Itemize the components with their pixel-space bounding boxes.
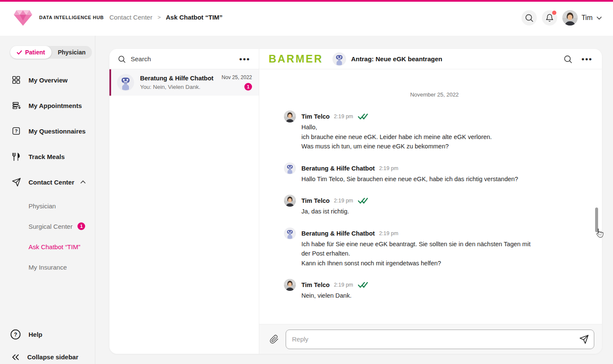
selected-indicator — [109, 69, 111, 96]
sidebar-item-my-appointments[interactable]: My Appointments — [0, 93, 95, 118]
contact-center-subnav: Physician Surgical Center 1 Ask Chatbot … — [0, 196, 95, 277]
chevron-down-icon — [596, 16, 602, 20]
check-icon — [17, 50, 22, 55]
message-list: November 25, 2022 Tim Telco 2:19 pm Hall… — [259, 69, 602, 324]
message-time: 2:19 pm — [334, 282, 353, 288]
user-name: Tim — [581, 14, 593, 22]
user-menu[interactable]: Tim — [562, 10, 602, 26]
notification-dot — [552, 11, 556, 15]
chat-menu-button[interactable]: ••• — [581, 57, 593, 61]
conversation-title: Beratung & Hilfe Chatbot — [140, 75, 222, 82]
chat-header: BARMER Antrag: Neue eGK beantragen ••• — [259, 49, 602, 69]
chatbot-avatar — [332, 52, 346, 66]
double-chevron-left-icon — [11, 354, 20, 361]
message-time: 2:19 pm — [334, 114, 353, 119]
top-bar: DATA INTELLIGENCE HUB Contact Center > A… — [0, 0, 613, 36]
role-toggle: Patient Physician — [10, 46, 92, 59]
meals-icon — [11, 152, 21, 161]
app-logo[interactable] — [12, 7, 34, 28]
chat-message: Beratung & Hilfe Chatbot 2:19 pm Hallo T… — [284, 162, 585, 184]
help-icon: ? — [10, 329, 21, 340]
sidebar-subitem-ask-chatbot-tim[interactable]: Ask Chatbot “TIM” — [0, 236, 95, 257]
conversation-list-menu-button[interactable]: ••• — [239, 57, 250, 61]
unread-badge: 1 — [77, 222, 85, 230]
paper-plane-icon — [11, 178, 21, 187]
paperclip-icon[interactable] — [269, 335, 279, 344]
search-icon — [118, 55, 126, 63]
sidebar-item-my-questionnaires[interactable]: ? My Questionnaires — [0, 118, 95, 144]
read-receipt-icon — [358, 282, 368, 288]
chatbot-avatar — [284, 228, 296, 239]
sidebar: Patient Physician My Overview — [0, 36, 95, 364]
user-avatar — [284, 279, 296, 291]
search-in-chat-button[interactable] — [564, 55, 572, 63]
sidebar-subitem-surgical-center[interactable]: Surgical Center 1 — [0, 216, 95, 236]
message-text: Nein, vielen Dank. — [301, 291, 368, 301]
conversation-preview: You: Nein, Vielen Dank. — [140, 84, 222, 90]
date-divider: November 25, 2022 — [284, 91, 585, 98]
toggle-physician[interactable]: Physician — [52, 46, 92, 59]
message-author: Beratung & Hilfe Chatbot — [301, 230, 375, 237]
user-avatar — [284, 111, 296, 122]
contact-center-card: ••• Beratung & Hilfe Chatbot You: Nein, … — [109, 49, 602, 354]
chat-message: Beratung & Hilfe Chatbot 2:19 pm Ich hab… — [284, 228, 585, 268]
help-button[interactable]: ? Help — [0, 329, 43, 340]
sidebar-subitem-physician[interactable]: Physician — [0, 196, 95, 216]
read-receipt-icon — [358, 114, 368, 119]
message-author: Beratung & Hilfe Chatbot — [301, 165, 375, 172]
grid-icon — [11, 76, 21, 84]
reply-bar — [259, 324, 602, 354]
pink-gem-icon — [12, 7, 34, 28]
user-avatar — [284, 195, 296, 207]
reply-input[interactable] — [286, 330, 594, 349]
svg-text:?: ? — [14, 332, 17, 338]
svg-text:?: ? — [15, 128, 18, 134]
message-author: Tim Telco — [301, 113, 329, 120]
sidebar-subitem-my-insurance[interactable]: My Insurance — [0, 257, 95, 277]
conversation-list-item[interactable]: Beratung & Hilfe Chatbot You: Nein, Viel… — [109, 69, 259, 96]
search-button[interactable] — [521, 10, 537, 26]
breadcrumb-separator-icon: > — [158, 14, 161, 20]
message-time: 2:19 pm — [379, 165, 398, 171]
unread-badge: 1 — [244, 83, 252, 91]
chevron-up-icon[interactable] — [80, 180, 86, 184]
accent-strip — [0, 0, 613, 2]
message-text: Ich habe für Sie eine neue eGK beantragt… — [301, 239, 538, 268]
message-author: Tim Telco — [301, 197, 329, 204]
chat-message: Tim Telco 2:19 pm Nein, vielen Dank. — [284, 279, 585, 301]
sidebar-item-contact-center[interactable]: Contact Center — [0, 169, 95, 195]
questionnaire-icon: ? — [11, 127, 21, 135]
chat-scrollbar-thumb[interactable] — [595, 208, 598, 232]
chat-message: Tim Telco 2:19 pm Hallo,ich brauche eine… — [284, 111, 585, 151]
sidebar-item-my-overview[interactable]: My Overview — [0, 67, 95, 93]
chatbot-avatar — [117, 74, 134, 91]
breadcrumb-parent[interactable]: Contact Center — [109, 14, 152, 21]
notifications-button[interactable] — [542, 10, 557, 26]
appointments-icon — [11, 101, 21, 110]
sidebar-item-track-meals[interactable]: Track Meals — [0, 144, 95, 169]
chatbot-avatar — [284, 162, 296, 174]
collapse-sidebar-button[interactable]: Collapse sidebar — [0, 353, 78, 361]
brand-name: DATA INTELLIGENCE HUB — [39, 15, 104, 20]
message-text: Ja, das ist richtig. — [301, 207, 368, 216]
barmer-logo: BARMER — [269, 53, 323, 65]
conversation-date: Nov 25, 2022 — [222, 74, 252, 80]
message-author: Tim Telco — [301, 282, 329, 288]
avatar — [562, 10, 578, 26]
chat-message: Tim Telco 2:19 pm Ja, das ist richtig. — [284, 195, 585, 216]
message-text: Hallo Tim Telco, Sie brauchen eine neue … — [301, 174, 518, 184]
search-icon — [525, 14, 533, 22]
send-icon[interactable] — [579, 335, 589, 344]
message-time: 2:19 pm — [379, 230, 398, 236]
breadcrumb-current: Ask Chatbot “TIM” — [166, 14, 222, 21]
read-receipt-icon — [358, 198, 368, 204]
message-time: 2:19 pm — [334, 198, 353, 204]
chat-panel: BARMER Antrag: Neue eGK beantragen ••• N… — [259, 49, 602, 354]
conversation-list-panel: ••• Beratung & Hilfe Chatbot You: Nein, … — [109, 49, 259, 354]
toggle-patient[interactable]: Patient — [10, 46, 52, 59]
chat-title: Antrag: Neue eGK beantragen — [351, 55, 442, 63]
message-text: Hallo,ich brauche eine neue eGK. Leider … — [301, 122, 492, 151]
conversation-search-input[interactable] — [131, 55, 239, 63]
breadcrumb: Contact Center > Ask Chatbot “TIM” — [109, 14, 223, 21]
bell-icon — [545, 14, 554, 22]
